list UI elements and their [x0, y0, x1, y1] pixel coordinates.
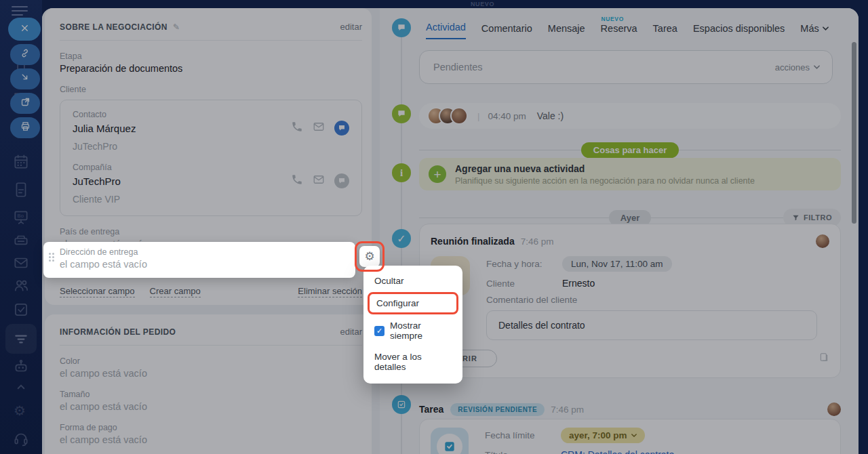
field-value[interactable]: el campo está vacío: [60, 259, 355, 270]
highlight-box-gear: [355, 241, 384, 272]
checkbox-checked-icon[interactable]: ✓: [374, 326, 384, 336]
drag-handle-icon[interactable]: [49, 253, 55, 263]
menu-item-move-to-details[interactable]: Mover a los detalles: [363, 346, 462, 377]
menu-item-configure[interactable]: Configurar: [370, 294, 456, 312]
menu-item-always-show[interactable]: ✓ Mostrar siempre: [363, 315, 462, 346]
field-context-menu: Ocultar Configurar ✓ Mostrar siempre Mov…: [363, 266, 462, 384]
field-label: Dirección de entrega: [60, 247, 355, 257]
dim-overlay: [0, 0, 868, 454]
app-window: NUEVO Bo ⚙: [0, 0, 868, 454]
highlight-box-configure: Configurar: [368, 292, 458, 314]
highlighted-field-row[interactable]: Dirección de entrega el campo está vacío: [43, 242, 355, 278]
menu-item-hide[interactable]: Ocultar: [363, 270, 462, 291]
